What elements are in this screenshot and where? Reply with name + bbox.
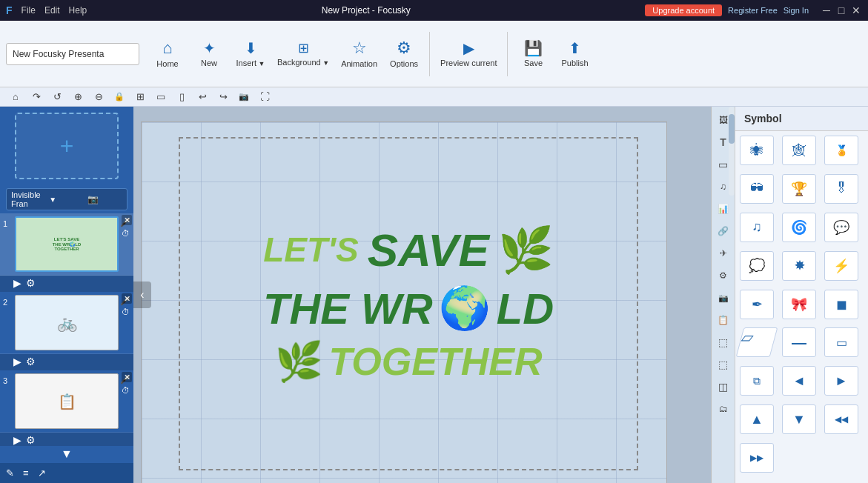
slide-close-button[interactable]: ✕ — [122, 215, 132, 225]
slide-close-button[interactable]: ✕ — [122, 372, 132, 382]
lock-button[interactable]: 🔒 — [110, 89, 129, 105]
publish-button[interactable]: ⬆ Publish — [555, 25, 594, 83]
menu-help[interactable]: Help — [69, 5, 87, 16]
menu-edit[interactable]: Edit — [44, 5, 60, 16]
upgrade-button[interactable]: Upgrade account — [645, 4, 722, 16]
home-button[interactable]: ⌂ Home — [148, 25, 187, 83]
close-button[interactable]: ✕ — [850, 4, 862, 16]
background-button[interactable]: ⊞ Background — [273, 25, 334, 83]
rt-link-button[interactable]: 🔗 — [713, 221, 734, 242]
slide-item[interactable]: 1 LET'S SAVETHE WR🌍LDTOGETHER ✕ 🎤 ⏱ — [0, 213, 133, 276]
save-button[interactable]: 💾 Save — [514, 25, 552, 83]
sec-back-button[interactable]: ↺ — [47, 89, 67, 105]
presentation-title[interactable]: New Focusky Presenta — [6, 43, 139, 65]
publish-icon: ⬆ — [569, 39, 581, 57]
slide1-settings-icon[interactable]: ⚙ — [26, 277, 36, 289]
redo-button[interactable]: ↪ — [213, 89, 233, 105]
slide-item[interactable]: 2 🚲 ✕ 🎤 ⏱ — [0, 292, 133, 354]
options-button[interactable]: ⚙ Options — [385, 25, 423, 83]
minimize-button[interactable]: ─ — [821, 4, 832, 16]
symbol-rewind[interactable]: ◀◀ — [824, 404, 858, 434]
sec-home-button[interactable]: ⌂ — [6, 89, 25, 105]
align-left-button[interactable]: ▭ — [151, 89, 170, 105]
nav-left-arrow[interactable]: ‹ — [133, 282, 151, 308]
rt-layer1-button[interactable]: ⬚ — [713, 332, 734, 353]
symbol-arrow-down[interactable]: ▼ — [782, 404, 816, 434]
scroll-down-button[interactable]: ▼ — [0, 446, 133, 462]
slide-timer-icon[interactable]: ⏱ — [122, 229, 130, 238]
slide-timer-icon[interactable]: ⏱ — [122, 307, 130, 316]
symbol-lightning[interactable]: ⚡ — [824, 251, 858, 281]
symbol-music[interactable]: ♫ — [740, 213, 774, 242]
signin-button[interactable]: Sign In — [783, 6, 809, 15]
symbol-square-blue[interactable]: ◼ — [824, 290, 858, 319]
menu-bar[interactable]: File Edit Help — [21, 5, 87, 16]
symbol-copy[interactable]: ⧉ — [740, 366, 774, 396]
symbol-glasses[interactable]: 🕶 — [740, 174, 774, 204]
symbol-pen[interactable]: ✒ — [740, 290, 774, 319]
slide3-play-button[interactable]: ▶ — [13, 434, 21, 446]
symbol-ribbon[interactable]: 🎀 — [782, 290, 816, 319]
rt-transition-button[interactable]: ✈ — [713, 243, 734, 264]
menu-file[interactable]: File — [21, 5, 36, 16]
zoom-out-button[interactable]: ⊖ — [89, 89, 108, 105]
slide-thumbnail[interactable]: 🚲 — [15, 295, 119, 350]
slide-thumbnail[interactable]: 📋 — [15, 373, 119, 429]
edit-slide-button[interactable]: ✎ — [3, 466, 17, 480]
canvas-area[interactable]: LET'S SAVE 🌿 THE WR 🌍 LD 🌿 TOGETHER ‹ — [133, 107, 711, 483]
slide1-play-button[interactable]: ▶ — [13, 277, 21, 289]
symbol-burst[interactable]: ✸ — [782, 251, 816, 281]
animation-button[interactable]: ☆ Animation — [337, 25, 382, 83]
rt-effect-button[interactable]: ⚙ — [713, 265, 734, 286]
symbol-arrow-left[interactable]: ◄ — [782, 366, 816, 396]
symbol-trophy[interactable]: 🏆 — [782, 174, 816, 204]
symbol-rect[interactable]: ▭ — [824, 327, 858, 357]
symbol-bubble1[interactable]: 💬 — [824, 213, 858, 242]
symbol-arrow-right[interactable]: ► — [824, 366, 858, 396]
publish-label: Publish — [561, 59, 588, 68]
slide2-settings-icon[interactable]: ⚙ — [26, 356, 36, 367]
slide-menu-button[interactable]: ≡ — [20, 466, 32, 480]
fullscreen-button[interactable]: ⛶ — [255, 89, 274, 105]
slide2-play-button[interactable]: ▶ — [13, 356, 21, 367]
add-slide-button[interactable]: + — [15, 113, 119, 179]
register-button[interactable]: Register Free — [728, 6, 778, 15]
symbol-fastfwd[interactable]: ▶▶ — [740, 443, 774, 473]
slide-close-button[interactable]: ✕ — [122, 293, 132, 304]
frame-camera-icon[interactable]: 📷 — [87, 194, 122, 204]
symbol-web[interactable]: 🕸 — [782, 136, 816, 165]
symbol-arrow-up[interactable]: ▲ — [740, 404, 774, 434]
rt-copy-button[interactable]: 📋 — [713, 310, 734, 330]
slide-thumbnail[interactable]: LET'S SAVETHE WR🌍LDTOGETHER — [15, 216, 119, 272]
slide-timer-icon[interactable]: ⏱ — [122, 386, 130, 395]
align-right-button[interactable]: ▯ — [172, 89, 191, 105]
symbol-medal[interactable]: 🎖 — [824, 174, 858, 204]
symbol-seal[interactable]: 🏅 — [824, 136, 858, 165]
preview-button[interactable]: ▶ Preview current — [436, 25, 501, 83]
symbol-spider[interactable]: 🕷 — [740, 136, 774, 165]
rt-arrange-button[interactable]: ◫ — [713, 376, 734, 397]
symbol-parallelogram[interactable]: ▱ — [736, 327, 778, 357]
symbol-spiral[interactable]: 🌀 — [782, 213, 816, 242]
slide3-settings-icon[interactable]: ⚙ — [26, 434, 36, 446]
export-slide-button[interactable]: ↗ — [35, 466, 49, 480]
symbol-minus[interactable]: — — [782, 327, 816, 357]
rt-layer2-button[interactable]: ⬚ — [713, 354, 734, 375]
rt-screenshot-button[interactable]: 📷 — [713, 287, 734, 308]
rt-folder-button[interactable]: 🗂 — [713, 399, 734, 419]
new-button[interactable]: ✦ New — [190, 25, 228, 83]
save-label: Save — [524, 59, 543, 68]
slide-controls: ✕ 🎤 ⏱ — [120, 295, 130, 316]
frame-selector[interactable]: Invisible Fran ▼ 📷 — [6, 188, 127, 210]
symbol-bubble2[interactable]: 💭 — [740, 251, 774, 281]
maximize-button[interactable]: □ — [835, 4, 847, 16]
undo-button[interactable]: ↩ — [193, 89, 212, 105]
window-controls[interactable]: ─ □ ✕ — [821, 4, 862, 16]
camera-button[interactable]: 📷 — [234, 89, 254, 105]
slide-item[interactable]: 3 📋 ✕ 🎤 ⏱ — [0, 370, 133, 433]
sec-forward-button[interactable]: ↷ — [27, 89, 46, 105]
zoom-in-button[interactable]: ⊕ — [68, 89, 87, 105]
rt-chart-button[interactable]: 📊 — [713, 199, 734, 219]
grid-button[interactable]: ⊞ — [130, 89, 150, 105]
insert-button[interactable]: ⬇ Insert — [231, 25, 270, 83]
